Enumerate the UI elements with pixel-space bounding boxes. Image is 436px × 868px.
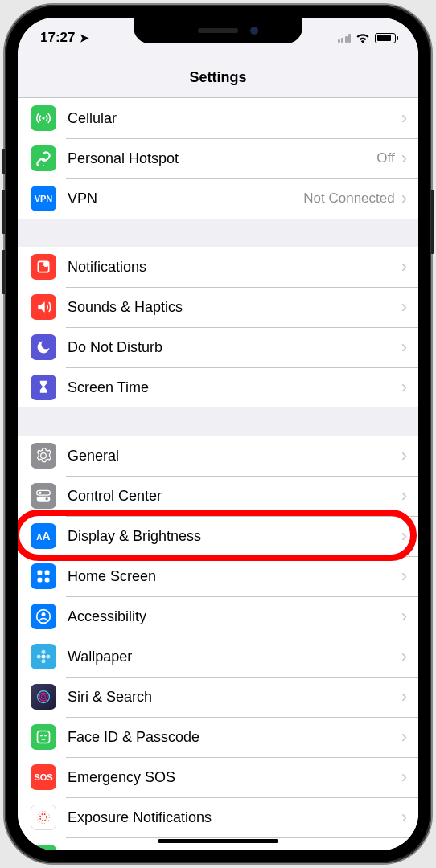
row-homescreen[interactable]: Home Screen› xyxy=(18,556,418,596)
chevron-right-icon: › xyxy=(401,377,407,398)
svg-point-22 xyxy=(40,735,43,737)
row-label: Do Not Disturb xyxy=(68,339,401,356)
row-label: Exposure Notifications xyxy=(68,809,401,826)
row-display[interactable]: AADisplay & Brightness› xyxy=(18,516,418,556)
location-icon: ➤ xyxy=(80,31,89,44)
svg-point-2 xyxy=(43,261,49,267)
row-value: Off xyxy=(376,150,394,166)
svg-point-17 xyxy=(46,655,50,659)
sos-icon: SOS xyxy=(31,764,56,790)
page-title: Settings xyxy=(189,69,246,86)
row-wallpaper[interactable]: Wallpaper› xyxy=(18,637,418,677)
vpn-icon: VPN xyxy=(31,186,56,211)
row-label: Home Screen xyxy=(68,568,401,585)
row-sounds[interactable]: Sounds & Haptics› xyxy=(18,287,418,327)
row-faceid[interactable]: Face ID & Passcode› xyxy=(18,717,418,757)
grid-icon xyxy=(31,563,56,589)
notch xyxy=(134,18,302,43)
svg-point-19 xyxy=(39,693,47,701)
svg-point-15 xyxy=(42,659,46,663)
cellular-icon xyxy=(31,105,56,131)
row-label: Cellular xyxy=(68,110,401,127)
chevron-right-icon: › xyxy=(401,727,407,747)
svg-rect-8 xyxy=(45,571,50,575)
row-label: Accessibility xyxy=(68,608,401,625)
svg-rect-10 xyxy=(45,578,50,583)
svg-rect-7 xyxy=(38,571,43,575)
svg-point-16 xyxy=(37,655,41,659)
home-indicator[interactable] xyxy=(158,839,278,843)
speaker-icon xyxy=(31,294,56,320)
svg-point-25 xyxy=(38,812,50,824)
row-vpn[interactable]: VPNVPNNot Connected› xyxy=(18,178,418,219)
row-controlcenter[interactable]: Control Center› xyxy=(18,476,418,516)
chevron-right-icon: › xyxy=(401,847,407,850)
row-label: General xyxy=(68,448,401,465)
svg-rect-21 xyxy=(38,731,50,743)
row-general[interactable]: General› xyxy=(18,436,418,476)
chevron-right-icon: › xyxy=(401,108,407,129)
svg-rect-5 xyxy=(37,497,51,502)
row-label: Screen Time xyxy=(68,379,401,396)
svg-point-13 xyxy=(42,655,46,659)
siri-icon xyxy=(31,684,56,710)
gear-icon xyxy=(31,443,56,469)
row-notifications[interactable]: Notifications› xyxy=(18,247,418,287)
chevron-right-icon: › xyxy=(401,566,407,587)
svg-point-23 xyxy=(44,735,47,737)
settings-list[interactable]: Cellular›Personal HotspotOff›VPNVPNNot C… xyxy=(18,98,418,850)
svg-point-20 xyxy=(42,695,46,699)
row-siri[interactable]: Siri & Search› xyxy=(18,677,418,717)
chevron-right-icon: › xyxy=(401,686,407,707)
settings-section: Cellular›Personal HotspotOff›VPNVPNNot C… xyxy=(18,98,418,219)
hourglass-icon xyxy=(31,375,56,400)
row-label: Wallpaper xyxy=(68,649,401,665)
row-accessibility[interactable]: Accessibility› xyxy=(18,596,418,637)
battery-icon xyxy=(31,845,56,850)
row-label: Siri & Search xyxy=(68,689,401,706)
row-hotspot[interactable]: Personal HotspotOff› xyxy=(18,138,418,178)
row-label: Face ID & Passcode xyxy=(68,729,401,746)
row-cellular[interactable]: Cellular› xyxy=(18,98,418,138)
battery-icon xyxy=(375,33,396,43)
row-label: Emergency SOS xyxy=(68,769,401,786)
row-label: Notifications xyxy=(68,259,401,276)
flower-icon xyxy=(31,644,56,669)
chevron-right-icon: › xyxy=(401,606,407,627)
aa-icon: AA xyxy=(31,523,56,549)
chevron-right-icon: › xyxy=(401,485,407,506)
settings-section: Notifications›Sounds & Haptics›Do Not Di… xyxy=(18,247,418,407)
screen: 17:27 ➤ Settings Cellular›Personal Hotsp… xyxy=(18,18,418,850)
status-time: 17:27 xyxy=(40,30,75,46)
wifi-icon xyxy=(356,32,370,43)
row-dnd[interactable]: Do Not Disturb› xyxy=(18,327,418,367)
row-screentime[interactable]: Screen Time› xyxy=(18,367,418,407)
virus-icon xyxy=(31,805,56,830)
row-exposure[interactable]: Exposure Notifications› xyxy=(18,797,418,837)
moon-icon xyxy=(31,334,56,360)
row-label: Personal Hotspot xyxy=(68,150,376,167)
chevron-right-icon: › xyxy=(401,256,407,277)
row-sos[interactable]: SOSEmergency SOS› xyxy=(18,757,418,797)
svg-point-4 xyxy=(39,492,41,494)
row-value: Not Connected xyxy=(303,190,394,207)
svg-point-0 xyxy=(42,117,44,119)
bell-icon xyxy=(31,254,56,280)
phone-frame: 17:27 ➤ Settings Cellular›Personal Hotsp… xyxy=(5,5,431,863)
toggle-icon xyxy=(31,483,56,509)
row-label: Battery xyxy=(68,850,401,851)
chevron-right-icon: › xyxy=(401,148,407,169)
svg-point-12 xyxy=(42,612,46,616)
row-label: Control Center xyxy=(68,488,401,505)
chevron-right-icon: › xyxy=(401,767,407,788)
chevron-right-icon: › xyxy=(401,526,407,547)
signal-icon xyxy=(338,33,352,43)
face-icon xyxy=(31,724,56,750)
chevron-right-icon: › xyxy=(401,445,407,466)
nav-header: Settings xyxy=(18,58,418,98)
person-icon xyxy=(31,604,56,629)
chevron-right-icon: › xyxy=(401,297,407,317)
svg-point-6 xyxy=(46,497,48,500)
row-label: Sounds & Haptics xyxy=(68,299,401,316)
link-icon xyxy=(31,145,56,171)
